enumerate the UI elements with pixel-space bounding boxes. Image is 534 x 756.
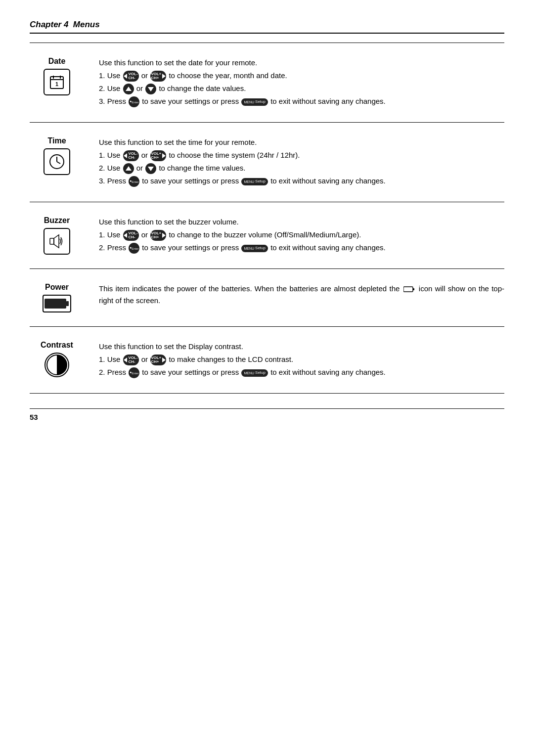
buzzer-step1: 1. Use VOL-CH- or VOL+CH+ to change to t… bbox=[99, 229, 504, 241]
vol-minus-ch-minus-btn: VOL-CH- bbox=[123, 71, 139, 82]
enter-label-contrast: ●Enter bbox=[130, 370, 139, 375]
setup-btn-date: MENU Setup bbox=[241, 98, 268, 106]
arrow-right-icon-contrast bbox=[162, 357, 166, 362]
vol-plus-btn-buzzer: VOL+CH+ bbox=[150, 230, 166, 241]
vol-plus-ch-plus-btn: VOL+CH+ bbox=[150, 71, 166, 82]
buzzer-label: Buzzer bbox=[44, 216, 70, 225]
up-btn bbox=[123, 84, 134, 94]
date-label: Date bbox=[48, 57, 66, 66]
power-icon bbox=[43, 295, 71, 312]
down-btn bbox=[145, 84, 156, 94]
time-section-right: Use this function to set the time for yo… bbox=[99, 136, 504, 188]
svg-marker-6 bbox=[148, 87, 154, 91]
vol-minus-ch-minus-btn-time: VOL-CH- bbox=[123, 150, 139, 161]
buzzer-icon bbox=[44, 228, 70, 255]
setup-label-contrast: Setup bbox=[255, 371, 266, 375]
header-divider bbox=[30, 33, 504, 34]
section-divider-5 bbox=[30, 393, 504, 394]
up-btn-time bbox=[123, 163, 134, 174]
buzzer-section: Buzzer Use this function to set the buzz… bbox=[30, 202, 504, 268]
setup-btn-time: MENU Setup bbox=[241, 178, 268, 185]
power-section-left: Power bbox=[30, 283, 84, 312]
chapter-header: Chapter 4 Menus bbox=[30, 20, 504, 30]
menu-label-buzzer: MENU bbox=[244, 246, 254, 251]
time-section: Time Use this function to set the time f… bbox=[30, 123, 504, 202]
menu-label-contrast: MENU bbox=[244, 370, 254, 376]
time-label: Time bbox=[47, 136, 66, 145]
enter-label-buzzer: ●Enter bbox=[130, 246, 139, 251]
arrow-left-icon-time bbox=[124, 153, 127, 158]
vol-plus-ch-plus-btn-time: VOL+CH+ bbox=[150, 150, 166, 161]
time-step3: 3. Press ●Enter to save your settings or… bbox=[99, 175, 504, 187]
arrow-right-icon-buzzer bbox=[162, 233, 166, 238]
enter-btn-buzzer: ●Enter bbox=[129, 243, 139, 254]
footer: 53 bbox=[30, 408, 504, 421]
buzzer-section-right: Use this function to set the buzzer volu… bbox=[99, 216, 504, 255]
vol-minus-label: VOL-CH- bbox=[128, 72, 137, 80]
vol-minus-btn-buzzer: VOL-CH- bbox=[123, 230, 139, 241]
setup-label-time: Setup bbox=[255, 179, 266, 183]
contrast-step1: 1. Use VOL-CH- or VOL+CH+ to make change… bbox=[99, 354, 504, 365]
svg-marker-10 bbox=[126, 166, 132, 171]
date-description: Use this function to set the date for yo… bbox=[99, 57, 504, 69]
svg-rect-17 bbox=[413, 288, 414, 290]
enter-btn-time: ●Enter bbox=[129, 176, 139, 187]
enter-label: ●Enter bbox=[130, 99, 139, 104]
date-section-left: Date 1 bbox=[30, 57, 84, 95]
chapter-title: Chapter 4 Menus bbox=[30, 20, 100, 30]
power-description: This item indicates the power of the bat… bbox=[99, 283, 504, 307]
setup-btn-contrast: MENU Setup bbox=[241, 369, 268, 377]
setup-label-buzzer: Setup bbox=[255, 246, 266, 250]
down-btn-time bbox=[145, 163, 156, 174]
arrow-left-icon-contrast bbox=[124, 357, 127, 362]
svg-line-9 bbox=[57, 162, 60, 164]
enter-label-time: ●Enter bbox=[130, 179, 139, 184]
date-section-right: Use this function to set the date for yo… bbox=[99, 57, 504, 108]
contrast-section-right: Use this function to set the Display con… bbox=[99, 341, 504, 379]
contrast-section-left: Contrast bbox=[30, 341, 84, 377]
time-step1: 1. Use VOL-CH- or VOL+CH+ to choose the … bbox=[99, 149, 504, 161]
svg-rect-14 bbox=[44, 299, 66, 309]
contrast-description: Use this function to set the Display con… bbox=[99, 341, 504, 353]
power-label: Power bbox=[45, 283, 69, 292]
arrow-right-icon-time bbox=[162, 153, 166, 158]
date-step3: 3. Press ●Enter to save your settings or… bbox=[99, 95, 504, 107]
battery-depleted-icon bbox=[403, 286, 415, 293]
date-section: Date 1 Use this function to set the date… bbox=[30, 43, 504, 122]
contrast-step2: 2. Press ●Enter to save your settings or… bbox=[99, 366, 504, 378]
svg-text:1: 1 bbox=[55, 81, 58, 87]
menu-label: MENU bbox=[244, 99, 254, 105]
vol-plus-label: VOL+CH+ bbox=[151, 72, 161, 80]
svg-marker-13 bbox=[54, 235, 59, 248]
time-icon bbox=[44, 148, 70, 175]
buzzer-description: Use this function to set the buzzer volu… bbox=[99, 216, 504, 228]
date-icon: 1 bbox=[44, 69, 70, 95]
arrow-left-icon-buzzer bbox=[124, 233, 127, 238]
arrow-right-icon bbox=[162, 74, 166, 79]
svg-rect-15 bbox=[66, 301, 69, 306]
date-step1: 1. Use VOL-CH- or VOL+CH+ to choose the … bbox=[99, 70, 504, 82]
vol-plus-contrast-label: VOL+CH+ bbox=[151, 356, 161, 364]
date-step2: 2. Use or to change the date values. bbox=[99, 83, 504, 94]
svg-marker-11 bbox=[148, 167, 154, 171]
time-description: Use this function to set the time for yo… bbox=[99, 136, 504, 148]
contrast-icon bbox=[44, 353, 69, 377]
vol-plus-buzzer-label: VOL+CH+ bbox=[151, 231, 161, 239]
time-section-left: Time bbox=[30, 136, 84, 175]
contrast-section: Contrast Use this function to set the Di… bbox=[30, 327, 504, 393]
time-step2: 2. Use or to change the time values. bbox=[99, 162, 504, 174]
buzzer-section-left: Buzzer bbox=[30, 216, 84, 255]
vol-minus-btn-contrast: VOL-CH- bbox=[123, 355, 139, 365]
setup-label: Setup bbox=[255, 100, 266, 104]
vol-minus-buzzer-label: VOL-CH- bbox=[128, 231, 137, 239]
arrow-left-icon bbox=[124, 74, 127, 79]
setup-btn-buzzer: MENU Setup bbox=[241, 245, 268, 252]
vol-minus-time-label: VOL-CH- bbox=[128, 152, 137, 160]
buzzer-step2: 2. Press ●Enter to save your settings or… bbox=[99, 242, 504, 254]
vol-plus-btn-contrast: VOL+CH+ bbox=[150, 355, 166, 365]
enter-btn-date: ●Enter bbox=[129, 96, 139, 107]
contrast-label: Contrast bbox=[41, 341, 73, 350]
power-section-right: This item indicates the power of the bat… bbox=[99, 283, 504, 308]
svg-rect-16 bbox=[403, 287, 413, 292]
svg-marker-5 bbox=[126, 87, 132, 91]
